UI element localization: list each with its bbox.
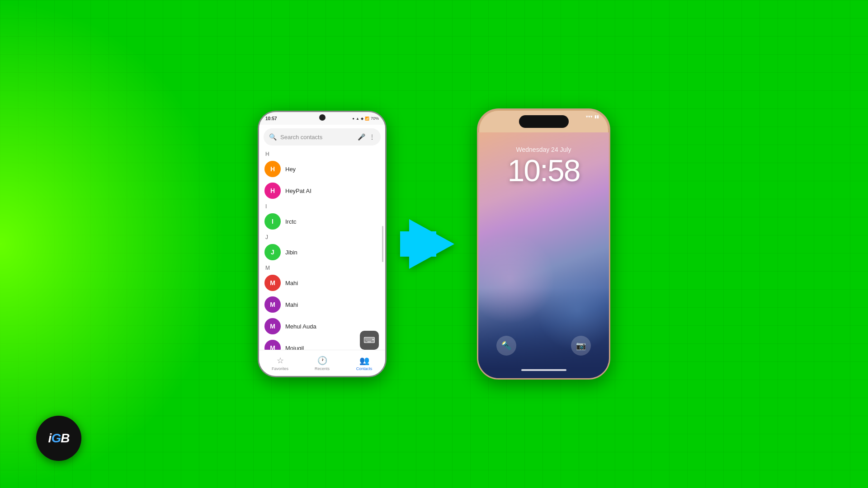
- wifi-icon: ▾▾▾: [586, 114, 593, 119]
- contact-name: Mehul Auda: [285, 323, 316, 330]
- iphone-status-icons: ▾▾▾ ▮▮: [586, 114, 599, 119]
- battery-icon: ▮▮: [594, 114, 599, 119]
- favorites-icon: ☆: [277, 356, 284, 366]
- nav-recents[interactable]: 🕐 Recents: [301, 356, 343, 371]
- section-label-m: M: [259, 263, 385, 272]
- contacts-icon: 👥: [359, 356, 369, 366]
- section-label-i: I: [259, 202, 385, 211]
- scene: 10:57 ● ▲ ◆ 📶 70% 🔍 Search contacts 🎤 ⋮: [258, 108, 610, 380]
- recents-icon: 🕐: [317, 356, 327, 366]
- contact-name: Jibin: [285, 249, 297, 256]
- section-label-h: H: [259, 149, 385, 158]
- contact-name: Hey: [285, 166, 296, 173]
- nav-favorites[interactable]: ☆ Favorites: [259, 356, 301, 371]
- contact-avatar: M: [264, 275, 281, 291]
- lock-screen-time: 10:58: [507, 155, 580, 186]
- nav-contacts[interactable]: 👥 Contacts: [343, 356, 385, 371]
- nav-contacts-label: Contacts: [356, 366, 373, 371]
- contact-item[interactable]: I Irctc: [259, 211, 385, 232]
- iphone-dynamic-island: [519, 115, 569, 128]
- scroll-indicator: [382, 226, 383, 262]
- more-options-icon[interactable]: ⋮: [369, 133, 375, 141]
- contact-name: HeyPat AI: [285, 188, 311, 194]
- contact-name: Mojugil: [285, 345, 304, 350]
- android-phone: 10:57 ● ▲ ◆ 📶 70% 🔍 Search contacts 🎤 ⋮: [258, 111, 387, 377]
- section-label-j: J: [259, 232, 385, 241]
- contact-avatar: H: [264, 183, 281, 199]
- contact-avatar: M: [264, 296, 281, 313]
- contact-name: Mahi: [285, 301, 298, 308]
- android-search-bar[interactable]: 🔍 Search contacts 🎤 ⋮: [264, 128, 381, 145]
- mic-icon[interactable]: 🎤: [358, 133, 365, 141]
- camera-icon: 📷: [576, 341, 586, 351]
- contact-avatar: J: [264, 244, 281, 260]
- nav-favorites-label: Favorites: [272, 366, 288, 371]
- search-icon: 🔍: [269, 133, 277, 141]
- contact-item[interactable]: H HeyPat AI: [259, 180, 385, 202]
- contact-item[interactable]: J Jibin: [259, 241, 385, 263]
- iphone-bottom-actions: 🔦 📷: [478, 336, 609, 356]
- iphone-home-bar: [521, 369, 566, 371]
- keypad-fab[interactable]: ⌨: [360, 331, 379, 350]
- contact-avatar: M: [264, 340, 281, 350]
- contact-avatar: H: [264, 161, 281, 177]
- contact-item[interactable]: M Mahi: [259, 294, 385, 315]
- wallpaper-blob: [478, 234, 555, 324]
- contact-item[interactable]: H Hey: [259, 158, 385, 180]
- igb-logo: iGB: [36, 416, 81, 461]
- contact-name: Irctc: [285, 218, 297, 225]
- iphone: ▾▾▾ ▮▮ Wednesday 24 July 10:58 🔦 📷: [477, 108, 610, 380]
- cyan-right-arrow: [409, 219, 454, 269]
- contact-avatar: I: [264, 213, 281, 230]
- android-battery: 70%: [371, 116, 379, 121]
- search-placeholder: Search contacts: [280, 134, 354, 141]
- nav-recents-label: Recents: [315, 366, 330, 371]
- contacts-list: H H Hey H HeyPat AI I I Irctc J: [259, 149, 385, 350]
- igb-logo-text: iGB: [48, 431, 70, 446]
- contact-avatar: M: [264, 318, 281, 334]
- camera-button[interactable]: 📷: [571, 336, 591, 356]
- contact-item[interactable]: M Mahi: [259, 272, 385, 294]
- android-status-icons: ● ▲ ◆ 📶 70%: [352, 116, 379, 121]
- android-content: 🔍 Search contacts 🎤 ⋮ H H Hey H HeyPat A…: [259, 125, 385, 350]
- transfer-arrow: [387, 219, 477, 269]
- android-camera-notch: [319, 114, 326, 121]
- android-time: 10:57: [265, 116, 277, 121]
- iphone-lockscreen: Wednesday 24 July 10:58 🔦 📷: [478, 132, 609, 378]
- contact-name: Mahi: [285, 280, 298, 286]
- flashlight-icon: 🔦: [501, 341, 511, 351]
- android-nav-bar: ☆ Favorites 🕐 Recents 👥 Contacts: [259, 350, 385, 376]
- lock-screen-date: Wednesday 24 July: [516, 146, 571, 153]
- flashlight-button[interactable]: 🔦: [496, 336, 516, 356]
